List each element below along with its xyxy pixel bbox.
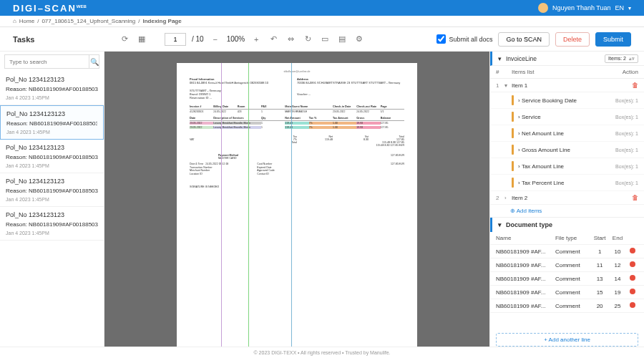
doctype-header[interactable]: ▾Document type <box>490 218 644 232</box>
task-sidebar: 🔍 Pol_No 1234123123 Reason: NB60181909#A… <box>0 52 104 347</box>
remove-icon[interactable] <box>630 302 635 308</box>
doctype-row[interactable]: NB60181909 #AF...Comment1519 <box>490 286 644 299</box>
doctype-columns: NameFile typeStartEnd <box>490 232 644 245</box>
delete-icon[interactable]: 🗑 <box>632 194 638 201</box>
items-scroll[interactable]: 1▾Item 1🗑 › Service Booking DateBox(es):… <box>490 79 644 217</box>
avatar <box>538 3 548 13</box>
doctype-row[interactable]: NB60181909 #AF...Comment1314 <box>490 272 644 286</box>
rotate-right-icon[interactable]: ↻ <box>302 34 313 45</box>
search-icon[interactable]: 🔍 <box>89 55 99 68</box>
items-count-badge[interactable]: Items: 2▵▿ <box>605 54 638 63</box>
search-input[interactable] <box>5 55 89 68</box>
action-buttons: Submit all docs Go to SCAN Delete Submit <box>436 32 631 47</box>
footer: © 2023 DIGI-TEXX • All rights reserved •… <box>0 347 644 358</box>
items-header-row: # Items list Action <box>490 66 644 79</box>
submit-all-checkbox[interactable]: Submit all docs <box>436 34 492 44</box>
item-row[interactable]: 1▾Item 1🗑 <box>490 79 644 92</box>
task-item[interactable]: Pol_No 1234123123 Reason: NB60181909#AF0… <box>0 173 104 207</box>
doctype-table[interactable]: NB60181909 #AF...Comment110 NB60181909 #… <box>490 245 644 330</box>
grid-icon[interactable]: ▦ <box>136 34 147 45</box>
main-area: 🔍 Pol_No 1234123123 Reason: NB60181909#A… <box>0 52 644 347</box>
logo: DIGI–SCANWEB <box>13 3 87 14</box>
sub-item[interactable]: › Gross Amount LineBox(es): 1 <box>490 142 644 158</box>
sub-item[interactable]: › Tax Percent LineBox(es): 1 <box>490 175 644 191</box>
doctype-panel: ▾Document type NameFile typeStartEnd NB6… <box>490 217 644 347</box>
goto-scan-button[interactable]: Go to SCAN <box>498 32 550 47</box>
item-row[interactable]: 2›Item 2🗑 <box>490 191 644 205</box>
delete-icon[interactable]: 🗑 <box>632 82 638 89</box>
task-list[interactable]: Pol_No 1234123123 Reason: NB60181909#AF0… <box>0 72 104 347</box>
document-page: sfdaflasser@t-online.de Fiscal Informati… <box>177 63 417 347</box>
zoom-in-icon[interactable]: + <box>250 34 262 45</box>
remove-icon[interactable] <box>630 275 635 281</box>
doctype-row[interactable]: NB60181909 #AF...Comment1112 <box>490 258 644 272</box>
viewer-toolbar: / 10 − 100% + ↶ ⇔ ↻ ▭ ▤ ⚙ <box>153 33 431 46</box>
tasks-heading: Tasks <box>13 35 113 44</box>
refresh-icon[interactable]: ⟳ <box>119 34 130 45</box>
task-item[interactable]: Pol_No 1234123123 Reason: NB60181909#AF0… <box>0 207 104 241</box>
sub-item[interactable]: › Service Booking DateBox(es): 1 <box>490 92 644 109</box>
add-items-link[interactable]: ⊕ Add items <box>490 205 644 217</box>
toolbar-row: Tasks ⟳ ▦ / 10 − 100% + ↶ ⇔ ↻ ▭ ▤ ⚙ Subm… <box>0 27 644 52</box>
add-doctype-button[interactable]: + Add another line <box>496 333 638 347</box>
sub-item[interactable]: › Tax Amount LineBox(es): 1 <box>490 158 644 175</box>
task-search: 🔍 <box>4 54 99 69</box>
zoom-out-icon[interactable]: − <box>210 34 221 45</box>
invoiceline-title: InvoiceLine <box>506 55 537 62</box>
delete-button[interactable]: Delete <box>555 32 590 47</box>
document-viewer[interactable]: sfdaflasser@t-online.de Fiscal Informati… <box>104 52 489 347</box>
sub-item[interactable]: › Net Amount LineBox(es): 1 <box>490 125 644 142</box>
remove-icon[interactable] <box>630 248 635 253</box>
task-item[interactable]: Pol_No 1234123123 Reason: NB60181909#AF0… <box>0 140 104 173</box>
crumb-1[interactable]: 077_180615_124_Upfront_Scanning <box>42 18 135 24</box>
user-name: Nguyen Thanh Tuan <box>552 4 610 11</box>
doctype-row[interactable]: NB60181909 #AF...Comment2025 <box>490 299 644 313</box>
home-icon[interactable]: ⌂ <box>13 18 16 24</box>
crumb-2: Indexing Page <box>142 18 181 24</box>
page-input[interactable] <box>165 33 186 46</box>
layers-icon[interactable]: ▤ <box>336 34 348 45</box>
invoiceline-header[interactable]: ▾ InvoiceLine Items: 2▵▿ <box>490 52 644 66</box>
fit-width-icon[interactable]: ⇔ <box>285 34 296 45</box>
remove-icon[interactable] <box>630 289 635 294</box>
card-icon[interactable]: ▭ <box>319 34 331 45</box>
doctype-row[interactable]: NB60181909 #AF...Comment110 <box>490 245 644 258</box>
page-total: / 10 <box>192 35 204 43</box>
app-header: DIGI–SCANWEB Nguyen Thanh Tuan EN ▾ <box>0 0 644 16</box>
crumb-home[interactable]: Home <box>19 18 34 24</box>
user-menu[interactable]: Nguyen Thanh Tuan EN ▾ <box>538 3 631 13</box>
task-item[interactable]: Pol_No 1234123123 Reason: NB60181909#AF0… <box>0 105 104 140</box>
submit-button[interactable]: Submit <box>595 32 631 47</box>
chevron-down-icon: ▾ <box>498 55 502 62</box>
zoom-level: 100% <box>227 35 245 43</box>
task-item[interactable]: Pol_No 1234123123 Reason: NB60181909#AF0… <box>0 72 104 105</box>
right-panel: ▾ InvoiceLine Items: 2▵▿ # Items list Ac… <box>489 52 644 347</box>
settings-icon[interactable]: ⚙ <box>353 34 365 45</box>
lang-label: EN <box>615 4 624 11</box>
sub-item[interactable]: › ServiceBox(es): 1 <box>490 109 644 125</box>
remove-icon[interactable] <box>630 261 635 267</box>
rotate-left-icon[interactable]: ↶ <box>268 34 279 45</box>
chevron-down-icon: ▾ <box>628 5 631 11</box>
breadcrumb: ⌂ Home / 077_180615_124_Upfront_Scanning… <box>0 16 644 27</box>
